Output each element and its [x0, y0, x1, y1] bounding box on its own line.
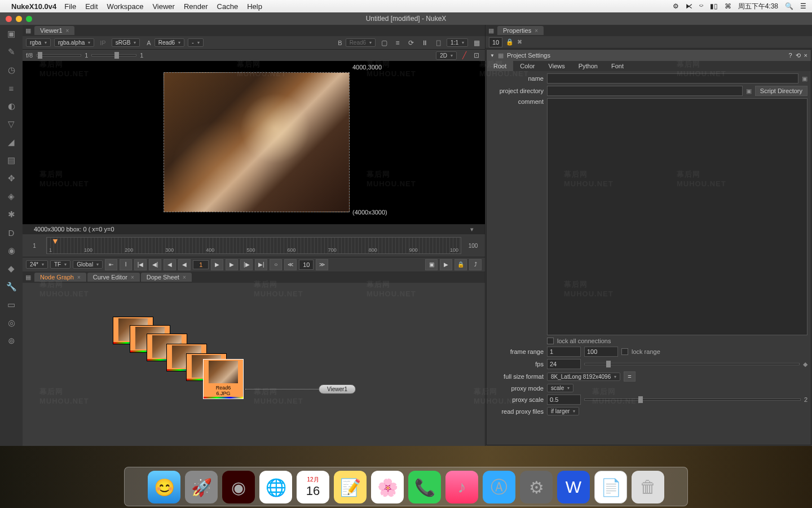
node-graph-tab[interactable]: Node Graph ×	[34, 273, 86, 282]
close-icon[interactable]: ×	[66, 28, 69, 34]
dock-calendar[interactable]: 12月16	[297, 471, 329, 503]
ime-icon[interactable]: ⌘	[725, 2, 731, 10]
dock-document[interactable]: 📄	[594, 471, 627, 503]
pane-menu-icon[interactable]: ▦	[25, 27, 31, 34]
folder-icon[interactable]: ▣	[746, 87, 752, 95]
tool-filter[interactable]: ▽	[5, 118, 17, 130]
dock-photos[interactable]: 🌸	[371, 471, 404, 503]
name-field[interactable]	[547, 73, 798, 84]
gain-slider[interactable]	[36, 54, 81, 56]
tool-views[interactable]: ◉	[5, 244, 17, 257]
tool-keyer[interactable]: ◢	[5, 136, 17, 148]
dock-finder[interactable]: 😊	[148, 471, 180, 503]
input-a-dropdown[interactable]: Read6	[155, 38, 184, 47]
clock[interactable]: 周五下午4:38	[738, 2, 778, 11]
proxymode-dropdown[interactable]: scale	[547, 384, 573, 392]
menu-edit[interactable]: Edit	[85, 2, 98, 11]
properties-tab[interactable]: Properties ×	[497, 26, 544, 35]
next-key-button[interactable]: |▶	[240, 259, 253, 270]
disclosure-icon[interactable]: ▼	[490, 53, 495, 58]
tool-3d[interactable]: ◈	[5, 190, 17, 203]
curve-editor-tab[interactable]: Curve Editor ×	[87, 273, 140, 282]
fstop-label[interactable]: f/8	[26, 52, 33, 59]
tool-metadata[interactable]: ◆	[5, 262, 17, 275]
dope-sheet-tab[interactable]: Dope Sheet ×	[141, 273, 192, 282]
dock-appstore[interactable]: Ⓐ	[483, 471, 515, 503]
tf-dropdown[interactable]: TF	[50, 260, 70, 269]
layer-dropdown[interactable]: rgba.alpha	[54, 38, 94, 47]
tab-color[interactable]: Color	[513, 61, 541, 71]
tool-particles[interactable]: ✱	[5, 208, 17, 221]
tool-toolsets[interactable]: 🔧	[5, 281, 17, 293]
jump-field[interactable]: 10	[299, 260, 314, 270]
dock-settings[interactable]: ⚙	[520, 471, 553, 503]
tool-time[interactable]: ◷	[5, 64, 17, 76]
tool-merge[interactable]: ▤	[5, 154, 17, 167]
dock-facetime[interactable]: 📞	[408, 471, 441, 503]
wipe-tool-icon[interactable]: ╱	[459, 50, 469, 60]
readproxy-dropdown[interactable]: if larger	[547, 407, 579, 415]
range-end-field[interactable]: 100	[465, 243, 482, 249]
refresh-icon[interactable]: ⟳	[406, 38, 416, 48]
proxyscale-field[interactable]	[547, 395, 581, 405]
clip-icon[interactable]: ▢	[379, 38, 389, 48]
dock-launchpad[interactable]: 🚀	[185, 471, 218, 503]
tool-draw[interactable]: ✎	[5, 46, 17, 58]
ip-label[interactable]: IP	[98, 40, 108, 46]
battery-icon[interactable]: ▮▯	[710, 2, 718, 10]
range-start-field[interactable]: 1	[26, 243, 43, 249]
dock-word[interactable]: W	[557, 471, 590, 503]
wipe-dropdown[interactable]: -	[188, 38, 203, 47]
menu-file[interactable]: File	[64, 2, 76, 11]
viewer-tab[interactable]: Viewer1 ×	[34, 26, 74, 35]
first-frame-button[interactable]: |◀	[134, 259, 147, 270]
skip-fwd-button[interactable]: ≫	[316, 259, 328, 270]
read6-node[interactable]: Read6 6.JPG	[203, 359, 244, 399]
frame-start-field[interactable]	[547, 347, 581, 357]
skip-back-button[interactable]: ≪	[284, 259, 297, 270]
fps-slider[interactable]	[584, 363, 800, 365]
menu-workspace[interactable]: Workspace	[107, 2, 144, 11]
script-directory-button[interactable]: Script Directory	[755, 86, 807, 96]
lock-icon[interactable]: 🔒	[506, 38, 514, 46]
spotlight-icon[interactable]: 🔍	[785, 2, 793, 10]
menu-help[interactable]: Help	[247, 2, 262, 11]
tool-channel[interactable]: ≡	[5, 82, 17, 94]
revert-icon[interactable]: ⟲	[796, 52, 801, 59]
proxy-icon[interactable]: ▦	[471, 38, 482, 48]
tool-all[interactable]: ⊚	[5, 335, 17, 347]
lock-button[interactable]: 🔒	[454, 259, 467, 270]
node-graph[interactable]: Read6 6.JPG Viewer1	[23, 283, 485, 446]
status-caret-icon[interactable]: ▾	[470, 226, 474, 233]
dock-chrome[interactable]: 🌐	[259, 471, 292, 503]
fps-field[interactable]	[547, 359, 581, 369]
tab-python[interactable]: Python	[572, 61, 604, 71]
fullsize-dropdown[interactable]: 8K_LatLong 8192x4096	[547, 373, 620, 381]
next-frame-button[interactable]: ▶	[226, 259, 238, 270]
zoom-dropdown[interactable]: 1:1	[447, 38, 468, 47]
menu-icon[interactable]: ☰	[800, 2, 806, 10]
help-icon[interactable]: ?	[788, 52, 792, 59]
menu-cache[interactable]: Cache	[217, 2, 239, 11]
zoom-button[interactable]	[26, 16, 32, 22]
playhead-icon[interactable]: ▼	[51, 237, 59, 246]
scope-out-button[interactable]: I	[120, 259, 132, 270]
comment-field[interactable]	[547, 98, 807, 335]
stop-button[interactable]: ○	[270, 259, 282, 270]
status-icon-1[interactable]: ⚙	[673, 2, 679, 10]
tool-other[interactable]: ▭	[5, 299, 17, 311]
roi-icon[interactable]: ⎕	[433, 38, 443, 48]
timeline-track[interactable]: ▼ 1 100 200 300 400 500 600 700 800 900 …	[46, 237, 461, 254]
dock-notes[interactable]: 📝	[334, 471, 367, 503]
last-frame-button[interactable]: ▶|	[255, 259, 267, 270]
fps-dropdown[interactable]: 24*	[26, 260, 48, 269]
frame-end-field[interactable]	[584, 347, 618, 357]
lock-range-checkbox[interactable]	[621, 348, 628, 355]
play-forward-button[interactable]: ▶	[211, 259, 223, 270]
wifi-icon[interactable]: ⌔	[699, 2, 703, 10]
overlay-icon[interactable]: ⊡	[471, 50, 482, 60]
tool-color[interactable]: ◐	[5, 100, 17, 112]
dock-nuke[interactable]: ◉	[222, 471, 255, 503]
menu-render[interactable]: Render	[184, 2, 208, 11]
scope-in-button[interactable]: ⇤	[105, 259, 117, 270]
